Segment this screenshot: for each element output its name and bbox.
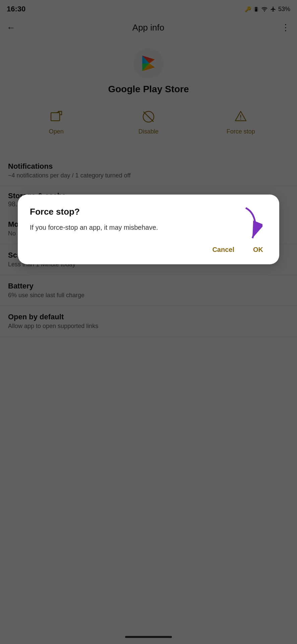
force-stop-dialog: Force stop? If you force-stop an app, it…	[18, 195, 279, 264]
dialog-title: Force stop?	[30, 207, 267, 217]
cancel-button[interactable]: Cancel	[208, 243, 238, 256]
dialog-body: If you force-stop an app, it may misbeha…	[30, 222, 267, 232]
dialog-overlay: Force stop? If you force-stop an app, it…	[0, 0, 297, 644]
ok-button[interactable]: OK	[249, 243, 267, 256]
dialog-buttons: Cancel OK	[30, 243, 267, 256]
